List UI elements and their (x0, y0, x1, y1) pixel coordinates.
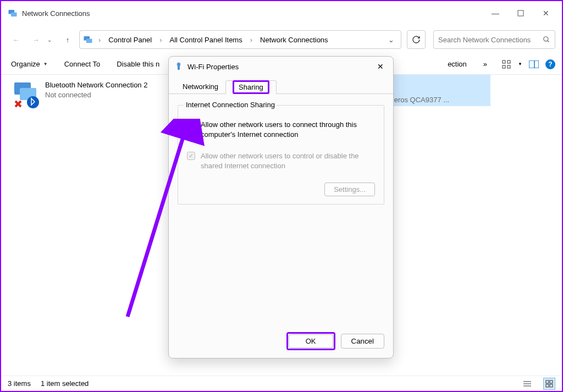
tab-sharing[interactable]: Sharing (225, 80, 277, 94)
view-options-button[interactable] (500, 58, 512, 70)
organize-menu[interactable]: Organize▼ (8, 58, 51, 70)
settings-button: Settings... (324, 183, 375, 196)
dialog-close-button[interactable]: ✕ (373, 59, 388, 74)
titlebar: Network Connections — ✕ (1, 1, 562, 25)
svg-rect-7 (503, 60, 505, 63)
maximize-button[interactable] (508, 4, 533, 22)
svg-rect-23 (550, 380, 553, 383)
svg-rect-8 (507, 60, 510, 63)
chevron-icon: › (156, 36, 165, 44)
refresh-button[interactable] (407, 30, 426, 49)
cancel-button[interactable]: Cancel (341, 334, 385, 349)
dialog-titlebar: Wi-Fi Properties ✕ (169, 57, 393, 76)
svg-point-5 (544, 37, 548, 41)
svg-rect-10 (507, 65, 510, 68)
search-box[interactable] (433, 30, 555, 49)
connection-name: Bluetooth Network Connection 2 (45, 80, 147, 90)
ok-button[interactable]: OK (289, 334, 333, 348)
ics-groupbox: Internet Connection Sharing Allow other … (178, 105, 384, 205)
search-input[interactable] (438, 36, 538, 44)
svg-rect-16 (178, 63, 180, 70)
help-icon[interactable]: ? (545, 59, 555, 69)
chevron-icon: › (247, 36, 256, 44)
status-selection: 1 item selected (41, 379, 89, 388)
breadcrumb-control-panel[interactable]: Control Panel (105, 34, 155, 46)
wifi-properties-dialog: Wi-Fi Properties ✕ Networking Sharing In… (168, 56, 394, 358)
network-icon-small (83, 35, 93, 45)
disable-button[interactable]: Disable this n (113, 58, 163, 70)
search-icon (543, 36, 550, 43)
tab-networking[interactable]: Networking (175, 80, 225, 93)
details-view-button[interactable] (521, 378, 533, 390)
svg-point-15 (27, 96, 39, 108)
svg-rect-4 (86, 39, 92, 43)
tiles-view-button[interactable] (543, 378, 555, 390)
back-button[interactable]: ← (8, 31, 24, 48)
svg-rect-9 (503, 65, 505, 68)
dialog-tabs: Networking Sharing (169, 76, 393, 94)
breadcrumb-network-connections[interactable]: Network Connections (257, 34, 332, 46)
connection-status: Not connected (45, 90, 147, 100)
bluetooth-connection-icon (11, 80, 40, 109)
allow-control-label: Allow other network users to control or … (201, 151, 375, 170)
address-bar[interactable]: › Control Panel › All Control Panel Item… (79, 30, 401, 49)
svg-rect-11 (529, 60, 539, 68)
minimize-button[interactable]: — (483, 4, 508, 22)
more-commands[interactable]: » (480, 58, 490, 70)
network-connections-icon (8, 8, 18, 18)
svg-rect-25 (550, 384, 553, 387)
status-item-count: 3 items (8, 379, 31, 388)
nav-row: ← → ⌄ ↑ › Control Panel › All Control Pa… (1, 25, 562, 54)
svg-rect-2 (518, 10, 523, 16)
up-button[interactable]: ↑ (59, 31, 76, 48)
close-button[interactable]: ✕ (533, 4, 559, 22)
diagnose-connection-button[interactable]: ection (444, 58, 470, 70)
svg-rect-22 (546, 380, 549, 383)
allow-control-checkbox: ✓ (187, 152, 195, 160)
dialog-title: Wi-Fi Properties (187, 63, 239, 71)
svg-rect-24 (546, 384, 549, 387)
allow-connect-label: Allow other network users to connect thr… (201, 120, 375, 139)
svg-rect-1 (11, 13, 17, 17)
forward-button[interactable]: → (27, 31, 44, 48)
history-dropdown[interactable]: ⌄ (47, 37, 52, 43)
window-title: Network Connections (22, 9, 90, 18)
view-dropdown[interactable]: ▼ (518, 62, 522, 67)
preview-pane-button[interactable] (528, 58, 540, 70)
breadcrumb-all-items[interactable]: All Control Panel Items (166, 34, 245, 46)
groupbox-legend: Internet Connection Sharing (184, 101, 277, 109)
connect-to-button[interactable]: Connect To (61, 58, 104, 70)
svg-line-6 (548, 41, 549, 42)
connection-bluetooth[interactable]: Bluetooth Network Connection 2 Not conne… (11, 80, 154, 109)
address-history-button[interactable]: ⌄ (384, 33, 398, 46)
chevron-icon: › (95, 36, 104, 44)
status-bar: 3 items 1 item selected (1, 376, 562, 391)
allow-connect-checkbox[interactable] (187, 120, 195, 129)
wifi-icon (174, 62, 183, 71)
